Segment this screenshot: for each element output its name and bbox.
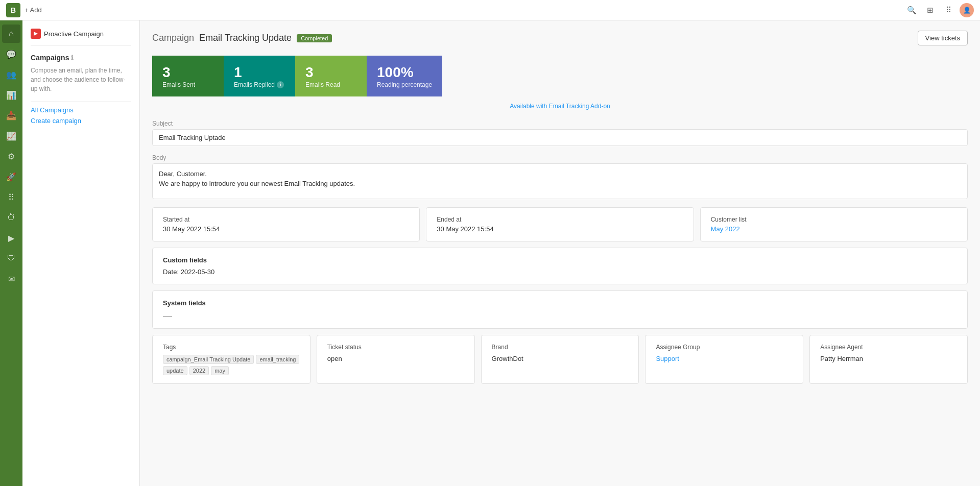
tag-item: email_tracking (256, 355, 299, 364)
ended-at-title: Ended at (437, 216, 683, 223)
sidebar: ⌂ 💬 👥 📊 📥 📈 ⚙ 🚀 ⠿ ⏱ ▶ 🛡 ✉ (0, 20, 22, 486)
page-name: Email Tracking Update (199, 33, 292, 43)
body-line2: We are happy to introdure you our newest… (159, 180, 355, 187)
emails-sent-label: Emails Sent (162, 81, 213, 88)
emails-sent-num: 3 (162, 64, 213, 81)
tags-title: Tags (163, 344, 300, 351)
assignee-group-title: Assignee Group (656, 344, 793, 351)
brand-value: GrowthDot (492, 355, 629, 362)
campaigns-description: Compose an email, plan the time, and cho… (31, 66, 131, 93)
grid2-icon[interactable]: ⊞ (923, 3, 937, 17)
assignee-agent-value: Patty Herrman (820, 355, 957, 362)
addon-note: Available with Email Tracking Add-on (152, 103, 968, 110)
ticket-status-value: open (327, 355, 464, 362)
info-icon: ℹ (277, 81, 284, 88)
sidebar-message-icon[interactable]: ✉ (2, 270, 20, 288)
assignee-agent-card: Assignee Agent Patty Herrman (809, 335, 968, 384)
nav-panel: Proactive Campaign Campaigns ℹ Compose a… (22, 20, 140, 486)
stat-emails-read: 3 Emails Read (295, 56, 367, 96)
sidebar-chat-icon[interactable]: 💬 (2, 45, 20, 63)
body-group: Body Dear, Customer. We are happy to int… (152, 154, 968, 199)
sidebar-video-icon[interactable]: ▶ (2, 229, 20, 247)
system-fields-dash: — (163, 311, 957, 320)
nav-divider (31, 102, 131, 102)
all-campaigns-link[interactable]: All Campaigns (31, 106, 131, 114)
view-tickets-button[interactable]: View tickets (918, 31, 968, 45)
reading-pct-num: 100% (377, 64, 432, 81)
body-textarea[interactable]: Dear, Customer. We are happy to introdur… (152, 163, 968, 199)
tag-item: update (163, 366, 187, 375)
brand-title: Brand (492, 344, 629, 351)
subject-label: Subject (152, 120, 968, 127)
emails-read-label: Emails Read (305, 81, 356, 88)
ended-at-card: Ended at 30 May 2022 15:54 (426, 207, 694, 241)
tag-item: 2022 (189, 366, 209, 375)
sidebar-settings-icon[interactable]: ⚙ (2, 147, 20, 165)
tag-item: campaign_Email Tracking Update (163, 355, 254, 364)
content-area: Campaign Email Tracking Update Completed… (140, 20, 980, 486)
assignee-group-card: Assignee Group Support (645, 335, 803, 384)
ended-at-value: 30 May 2022 15:54 (437, 225, 683, 233)
avatar[interactable]: 👤 (960, 3, 974, 17)
stat-emails-sent: 3 Emails Sent (152, 56, 224, 96)
tags-wrap: campaign_Email Tracking Update email_tra… (163, 355, 300, 375)
campaigns-info-icon: ℹ (71, 54, 74, 61)
started-at-card: Started at 30 May 2022 15:54 (152, 207, 420, 241)
ticket-status-title: Ticket status (327, 344, 464, 351)
sidebar-home-icon[interactable]: ⌂ (2, 25, 20, 43)
started-at-value: 30 May 2022 15:54 (163, 225, 409, 233)
proactive-campaign-icon (31, 29, 41, 39)
brand-card: Brand GrowthDot (481, 335, 639, 384)
assignee-agent-title: Assignee Agent (820, 344, 957, 351)
page-header: Campaign Email Tracking Update Completed… (152, 31, 968, 45)
app-logo: B (6, 3, 20, 17)
customer-list-link[interactable]: May 2022 (711, 225, 740, 233)
body-label: Body (152, 154, 968, 161)
sidebar-grid-icon[interactable]: ⠿ (2, 188, 20, 206)
page-label: Campaign (152, 33, 194, 43)
stats-row: 3 Emails Sent 1 Emails Replied ℹ 3 Email… (152, 56, 968, 96)
info-cards-row: Started at 30 May 2022 15:54 Ended at 30… (152, 207, 968, 241)
subject-value[interactable]: Email Tracking Uptade (152, 129, 968, 146)
body-line1: Dear, Customer. (159, 170, 207, 178)
emails-replied-label: Emails Replied ℹ (234, 81, 285, 88)
reading-pct-label: Reading percentage (377, 81, 432, 88)
top-icons: 🔍 ⊞ ⠿ 👤 (904, 3, 974, 17)
tag-item: may (211, 366, 229, 375)
subject-group: Subject Email Tracking Uptade (152, 120, 968, 146)
top-bar: B + Add 🔍 ⊞ ⠿ 👤 (0, 0, 980, 20)
customer-list-title: Customer list (711, 216, 957, 223)
system-fields-card: System fields — (152, 290, 968, 329)
sidebar-rocket-icon[interactable]: 🚀 (2, 167, 20, 186)
bottom-cards-row: Tags campaign_Email Tracking Update emai… (152, 335, 968, 384)
system-fields-title: System fields (163, 299, 957, 307)
custom-fields-title: Custom fields (163, 256, 957, 264)
search-icon[interactable]: 🔍 (904, 3, 919, 17)
custom-fields-card: Custom fields Date: 2022-05-30 (152, 248, 968, 284)
sidebar-barchart-icon[interactable]: 📈 (2, 127, 20, 145)
stat-emails-replied: 1 Emails Replied ℹ (224, 56, 295, 96)
main-wrap: ⌂ 💬 👥 📊 📥 📈 ⚙ 🚀 ⠿ ⏱ ▶ 🛡 ✉ Proactive Camp… (0, 20, 980, 486)
sidebar-shield-icon[interactable]: 🛡 (2, 249, 20, 268)
sidebar-clock-icon[interactable]: ⏱ (2, 208, 20, 227)
add-button[interactable]: + Add (25, 6, 42, 14)
campaigns-title: Campaigns ℹ (31, 54, 131, 62)
ticket-status-card: Ticket status open (317, 335, 475, 384)
tags-card: Tags campaign_Email Tracking Update emai… (152, 335, 310, 384)
title-area: Campaign Email Tracking Update Completed (152, 33, 332, 43)
custom-fields-date: Date: 2022-05-30 (163, 268, 957, 276)
proactive-campaign-label: Proactive Campaign (44, 30, 104, 38)
customer-list-card: Customer list May 2022 (700, 207, 968, 241)
assignee-group-value[interactable]: Support (656, 355, 793, 362)
emails-replied-num: 1 (234, 64, 285, 81)
sidebar-reports-icon[interactable]: 📊 (2, 86, 20, 104)
apps-icon[interactable]: ⠿ (941, 3, 955, 17)
started-at-title: Started at (163, 216, 409, 223)
status-badge: Completed (297, 34, 332, 42)
emails-read-num: 3 (305, 64, 356, 81)
stat-reading-pct: 100% Reading percentage (367, 56, 442, 96)
sidebar-inbox-icon[interactable]: 📥 (2, 106, 20, 125)
create-campaign-link[interactable]: Create campaign (31, 117, 131, 125)
sidebar-contacts-icon[interactable]: 👥 (2, 65, 20, 84)
